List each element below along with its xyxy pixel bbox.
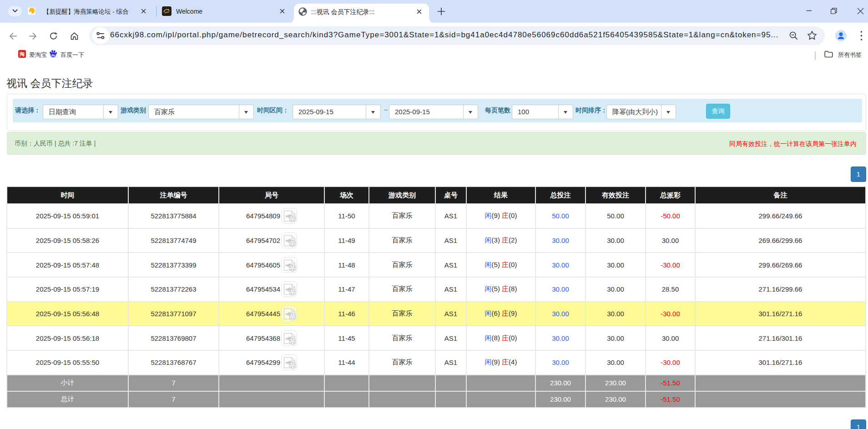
svg-text:du: du — [51, 53, 56, 57]
svg-text:淘: 淘 — [19, 51, 25, 57]
